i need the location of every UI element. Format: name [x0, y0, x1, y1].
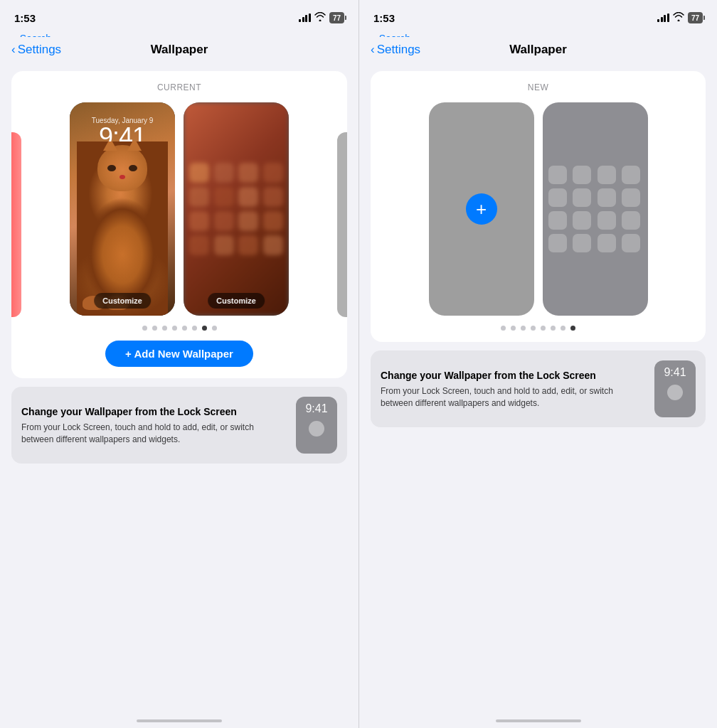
lock-customize-btn-left[interactable]: Customize: [94, 293, 151, 309]
side-peek-left: [11, 132, 21, 317]
content-left: CURRENT Tuesday, January 9 9:41: [0, 64, 358, 715]
status-icons-left: 77: [299, 12, 344, 23]
info-phone-circle-right: [667, 385, 683, 400]
nav-back-right[interactable]: ‹ Settings: [371, 43, 420, 57]
search-bar-left: ‹ Search: [0, 31, 358, 37]
plus-icon: +: [476, 200, 487, 218]
page-dots-left: [142, 326, 217, 331]
wifi-icon-right: [673, 12, 684, 23]
signal-icon-left: [299, 14, 311, 22]
info-phone-left: 9:41: [296, 397, 337, 454]
info-phone-time-right: 9:41: [664, 366, 686, 379]
new-lock-screen[interactable]: +: [429, 102, 534, 316]
status-icons-right: 77: [657, 12, 703, 23]
info-card-right: Change your Wallpaper from the Lock Scre…: [371, 350, 706, 427]
wallpaper-card-left: CURRENT Tuesday, January 9 9:41: [11, 71, 347, 378]
info-desc-left: From your Lock Screen, touch and hold to…: [21, 422, 287, 446]
status-time-right: 1:53: [373, 12, 395, 24]
info-title-right: Change your Wallpaper from the Lock Scre…: [381, 369, 646, 382]
info-title-left: Change your Wallpaper from the Lock Scre…: [21, 405, 287, 418]
status-bar-left: 1:53 77: [0, 0, 358, 31]
add-wallpaper-button[interactable]: + Add New Wallpaper: [105, 341, 253, 367]
nav-title-right: Wallpaper: [509, 43, 567, 57]
info-text-left: Change your Wallpaper from the Lock Scre…: [21, 405, 287, 446]
home-customize-btn-left[interactable]: Customize: [208, 293, 265, 309]
nav-bar-left: ‹ Settings Wallpaper: [0, 37, 358, 64]
chevron-back-icon-right: ‹: [371, 43, 375, 57]
info-desc-right: From your Lock Screen, touch and hold to…: [381, 385, 646, 410]
home-bg: [184, 102, 289, 316]
info-card-left: Change your Wallpaper from the Lock Scre…: [11, 387, 347, 464]
page-dots-right: [501, 326, 575, 331]
home-indicator-left: [137, 719, 222, 722]
wallpaper-card-right: NEW +: [371, 71, 706, 342]
nav-back-left[interactable]: ‹ Settings: [11, 43, 61, 57]
chevron-back-icon-left: ‹: [11, 43, 16, 57]
search-bar-right: ‹ Search: [359, 31, 717, 37]
wifi-icon-left: [314, 12, 326, 23]
info-phone-right: 9:41: [654, 360, 696, 417]
signal-icon-right: [657, 14, 669, 22]
left-panel: 1:53 77 ‹ Search ‹: [0, 0, 358, 728]
battery-icon-left: 77: [329, 12, 344, 23]
nav-back-label-left: Settings: [18, 43, 61, 57]
nav-bar-right: ‹ Settings Wallpaper: [359, 37, 717, 64]
new-app-grid-right: [543, 160, 648, 258]
lock-bg: Tuesday, January 9 9:41: [70, 102, 175, 316]
card-label-left: CURRENT: [157, 82, 201, 92]
nav-title-left: Wallpaper: [151, 43, 208, 57]
info-phone-circle-left: [309, 421, 324, 437]
home-indicator-right: [496, 719, 581, 722]
wallpaper-previews-left: Tuesday, January 9 9:41: [26, 102, 333, 316]
app-grid-left: [184, 157, 289, 261]
status-bar-right: 1:53 77: [359, 0, 717, 31]
info-text-right: Change your Wallpaper from the Lock Scre…: [381, 369, 646, 410]
content-right: NEW +: [359, 64, 717, 715]
new-home-screen: [543, 102, 648, 316]
info-phone-time-left: 9:41: [305, 402, 327, 415]
wallpaper-previews-right: +: [385, 102, 691, 316]
nav-back-label-right: Settings: [377, 43, 420, 57]
add-new-wallpaper-plus[interactable]: +: [466, 193, 497, 225]
home-screen-preview-left[interactable]: Customize: [184, 102, 289, 316]
battery-icon-right: 77: [688, 12, 703, 23]
status-time-left: 1:53: [14, 12, 36, 24]
right-panel: 1:53 77 ‹ Search ‹: [358, 0, 717, 728]
side-peek-right: [337, 132, 347, 317]
card-label-right: NEW: [528, 82, 549, 92]
lock-screen-preview-left[interactable]: Tuesday, January 9 9:41: [70, 102, 175, 316]
